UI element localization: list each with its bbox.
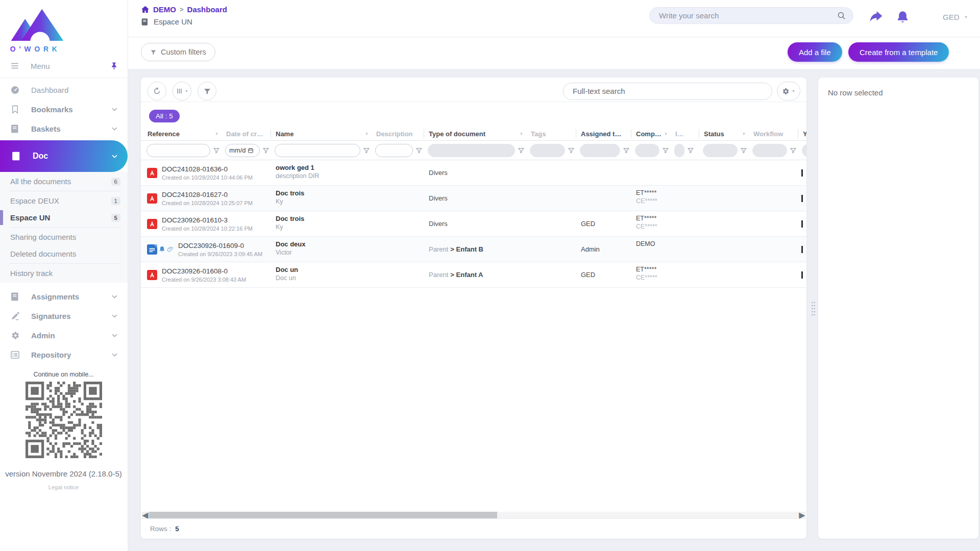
funnel-icon[interactable]: [262, 147, 270, 154]
sidebar-menu-header: Menu: [0, 56, 128, 76]
breadcrumb-root[interactable]: DEMO: [153, 5, 176, 14]
scrollbar-track[interactable]: [149, 512, 799, 518]
col-header-company[interactable]: Comp…: [631, 127, 671, 140]
filter-input-y[interactable]: [802, 144, 806, 157]
funnel-icon[interactable]: [623, 147, 630, 154]
share-icon[interactable]: [869, 10, 883, 24]
col-header-assigned[interactable]: Assigned t…: [576, 127, 631, 140]
main-area: DEMO > Dashboard Espace UN Write your se…: [128, 0, 980, 551]
cell-reference: DOC230926-01608-0Created on 9/26/2023 3:…: [141, 262, 222, 287]
home-icon[interactable]: [141, 5, 150, 14]
filter-input-tags[interactable]: [530, 144, 565, 157]
cell-tags: [526, 186, 576, 211]
bell-icon[interactable]: [896, 10, 910, 24]
sidebar-item-assignments[interactable]: Assignments: [0, 287, 128, 306]
sidebar-item-dashboard[interactable]: Dashboard: [0, 80, 128, 99]
paperclip-icon: [167, 246, 174, 253]
filter-input-workflow[interactable]: [752, 144, 787, 157]
table-row[interactable]: DOC230926-01609-0Created on 9/26/2023 3:…: [141, 237, 806, 262]
doc-type-child: > Enfant B: [450, 245, 483, 253]
funnel-icon[interactable]: [740, 147, 747, 154]
funnel-icon[interactable]: [518, 147, 525, 154]
filter-input-company[interactable]: [635, 144, 659, 157]
sort-arrow-icon[interactable]: [214, 131, 219, 136]
funnel-icon[interactable]: [687, 147, 694, 154]
col-header-name[interactable]: Name: [271, 127, 372, 140]
custom-filters-label: Custom filters: [161, 48, 206, 56]
funnel-icon[interactable]: [790, 147, 797, 154]
table-settings-button[interactable]: [777, 82, 800, 101]
table-row[interactable]: DOC230926-01610-3Created on 10/28/2024 1…: [141, 211, 806, 237]
horizontal-scrollbar[interactable]: ◀︎ ▶︎: [142, 512, 805, 518]
sidebar-item-label: Baskets: [31, 124, 61, 133]
funnel-icon[interactable]: [568, 147, 575, 154]
sidebar-item-baskets[interactable]: Baskets: [0, 119, 128, 138]
panel-resize-grip[interactable]: [811, 301, 816, 317]
filter-input-reference[interactable]: [146, 144, 210, 157]
scrollbar-thumb[interactable]: [149, 512, 497, 518]
all-count-badge[interactable]: All : 5: [149, 110, 180, 122]
sidebar-item-signatures[interactable]: Signatures: [0, 306, 128, 325]
calendar-icon[interactable]: [248, 147, 254, 154]
table-row[interactable]: DOC241028-01627-0Created on 10/28/2024 1…: [141, 186, 806, 211]
sidebar-item-bookmarks[interactable]: Bookmarks: [0, 99, 128, 119]
filter-input-assigned[interactable]: [580, 144, 620, 157]
columns-icon: [176, 87, 183, 95]
user-menu[interactable]: GED: [943, 13, 969, 21]
sidebar-item-admin[interactable]: Admin: [0, 325, 128, 345]
filter-input-name[interactable]: [275, 144, 360, 157]
scroll-right-arrow[interactable]: ▶︎: [799, 512, 805, 518]
col-header-date[interactable]: Date of cr…: [222, 127, 271, 140]
filter-input-date[interactable]: mm/d: [225, 144, 260, 157]
col-header-i[interactable]: I…: [671, 127, 699, 140]
breadcrumb-current[interactable]: Dashboard: [187, 5, 227, 14]
cell-type: Parent> Enfant A: [424, 262, 526, 287]
col-header-y[interactable]: Y…: [798, 127, 806, 140]
funnel-icon[interactable]: [363, 147, 370, 154]
sort-arrow-icon[interactable]: [364, 131, 370, 136]
search-icon[interactable]: [837, 11, 846, 20]
sidebar-item-espace-deux[interactable]: Espace DEUX 1: [0, 192, 128, 209]
funnel-icon[interactable]: [415, 147, 423, 154]
sidebar-item-doc-active[interactable]: Doc: [0, 140, 128, 172]
global-search-input[interactable]: Write your search: [649, 7, 853, 24]
cell-y: [798, 262, 806, 287]
scroll-left-arrow[interactable]: ◀︎: [142, 512, 149, 518]
refresh-button[interactable]: [148, 82, 166, 101]
custom-filters-button[interactable]: Custom filters: [141, 43, 215, 61]
legal-notice-link[interactable]: Legal notice: [0, 484, 127, 490]
sidebar-item-deleted-documents[interactable]: Deleted documents: [0, 245, 128, 262]
table-row[interactable]: DOC241028-01636-0Created on 10/28/2024 1…: [141, 160, 806, 186]
sort-arrow-icon[interactable]: [519, 131, 524, 136]
sidebar-item-sharing-documents[interactable]: Sharing documents: [0, 229, 128, 245]
filter-button[interactable]: [198, 82, 216, 101]
hamburger-icon[interactable]: [10, 61, 19, 70]
filter-input-i[interactable]: [674, 144, 684, 157]
col-header-type[interactable]: Type of document: [424, 127, 526, 140]
sidebar-item-all-documents[interactable]: All the documents 6: [0, 173, 128, 190]
sidebar-item-espace-un[interactable]: Espace UN 5: [0, 209, 128, 226]
signature-pen-icon: [10, 311, 20, 321]
cell-assigned: [576, 186, 631, 211]
fulltext-search-input[interactable]: Full-text search: [563, 83, 772, 100]
sidebar-item-history-track[interactable]: History track: [0, 265, 128, 282]
table-row[interactable]: DOC230926-01608-0Created on 9/26/2023 3:…: [141, 262, 806, 288]
add-file-button[interactable]: Add a file: [788, 42, 842, 62]
filter-input-type[interactable]: [428, 144, 515, 157]
funnel-icon[interactable]: [662, 147, 669, 154]
col-header-description[interactable]: Description: [372, 127, 424, 140]
sidebar-item-repository[interactable]: Repository: [0, 345, 128, 364]
clipped-text: [801, 271, 803, 279]
funnel-icon[interactable]: [213, 147, 220, 154]
create-from-template-button[interactable]: Create from a template: [848, 42, 949, 62]
filter-input-status[interactable]: [703, 144, 738, 157]
columns-button[interactable]: [173, 82, 191, 101]
sort-arrow-icon[interactable]: [664, 131, 669, 136]
col-header-reference[interactable]: Reference: [141, 127, 222, 140]
pin-icon[interactable]: [110, 62, 118, 70]
sort-arrow-icon[interactable]: [742, 131, 747, 136]
col-header-tags[interactable]: Tags: [526, 127, 576, 140]
col-header-workflow[interactable]: Workflow: [749, 127, 798, 140]
col-header-status[interactable]: Status: [699, 127, 749, 140]
filter-input-description[interactable]: [375, 144, 413, 157]
